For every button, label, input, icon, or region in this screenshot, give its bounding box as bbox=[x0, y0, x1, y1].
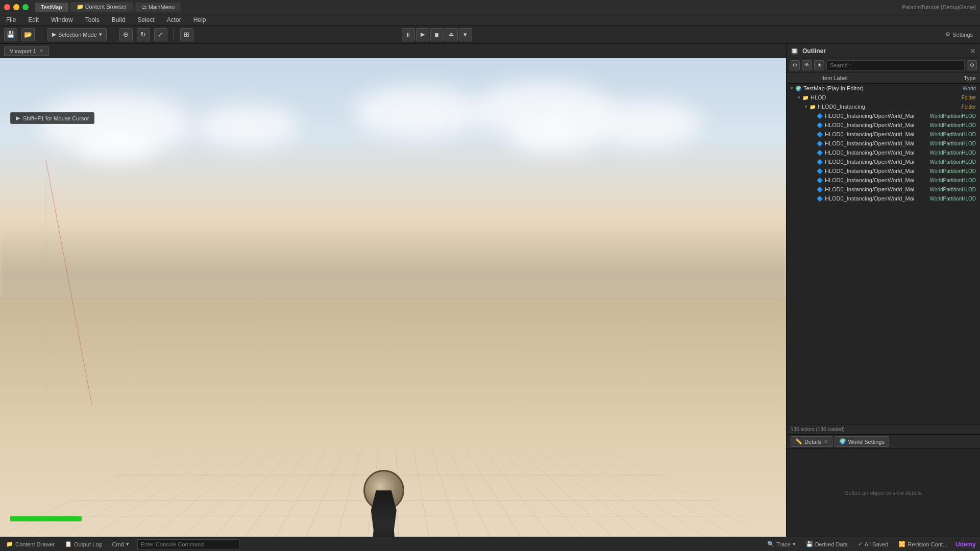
tree-expand-icon[interactable] bbox=[810, 140, 816, 146]
menu-help[interactable]: Help bbox=[191, 15, 208, 24]
pause-button[interactable]: ⏸ bbox=[402, 28, 415, 41]
tree-item[interactable]: 🔷HLOD0_Instancing/OpenWorld_MaiWorldPart… bbox=[787, 166, 980, 176]
open-button[interactable]: 📂 bbox=[21, 28, 35, 41]
tab-testmap[interactable]: TestMap bbox=[35, 3, 68, 12]
tree-item[interactable]: ▾🌍TestMap (Play In Editor)World bbox=[787, 84, 980, 93]
menu-build[interactable]: Build bbox=[110, 15, 128, 24]
content-drawer-label: Content Drawer bbox=[15, 541, 55, 547]
output-log-button[interactable]: 📋 Output Log bbox=[63, 540, 104, 548]
outliner-close[interactable]: ✕ bbox=[970, 47, 976, 55]
tree-node-icon: 🔷 bbox=[816, 112, 823, 119]
character-figure bbox=[371, 490, 397, 537]
maximize-button[interactable] bbox=[22, 4, 29, 10]
tree-item[interactable]: 🔷HLOD0_Instancing/OpenWorld_MaiWorldPart… bbox=[787, 139, 980, 148]
right-panel: 🔲 Outliner ✕ ⚙ 👁 ★ ⚙ Item Label Type ▾🌍T bbox=[786, 44, 980, 537]
tree-node-label: HLOD0_Instancing/OpenWorld_Mai bbox=[825, 140, 930, 146]
menu-file[interactable]: File bbox=[4, 15, 18, 24]
settings-button[interactable]: ⚙ Settings bbox=[942, 30, 976, 39]
tree-expand-icon[interactable] bbox=[810, 113, 816, 119]
tree-item[interactable]: 🔷HLOD0_Instancing/OpenWorld_MaiWorldPart… bbox=[787, 130, 980, 139]
window-controls bbox=[4, 4, 29, 10]
details-tab-label: Details bbox=[804, 439, 822, 445]
tree-expand-icon[interactable] bbox=[810, 177, 816, 183]
tree-item[interactable]: 🔷HLOD0_Instancing/OpenWorld_MaiWorldPart… bbox=[787, 185, 980, 194]
tree-item[interactable]: 🔷HLOD0_Instancing/OpenWorld_MaiWorldPart… bbox=[787, 111, 980, 120]
revision-icon: 🔀 bbox=[898, 541, 905, 547]
viewport-tab[interactable]: Viewport 1 ✕ bbox=[4, 46, 49, 56]
tree-node-icon: 🔷 bbox=[816, 131, 823, 138]
tree-node-icon: 📁 bbox=[802, 94, 809, 101]
tree-node-label: HLOD bbox=[811, 94, 962, 101]
console-input[interactable] bbox=[137, 539, 239, 549]
tree-expand-icon[interactable]: ▾ bbox=[789, 85, 795, 91]
stop-button[interactable]: ⏹ bbox=[430, 28, 444, 41]
tree-expand-icon[interactable] bbox=[810, 168, 816, 174]
trace-button[interactable]: 🔍 Trace ▾ bbox=[765, 540, 798, 548]
derived-data-button[interactable]: 💾 Derived Data bbox=[804, 540, 850, 548]
tree-node-type: WorldPartitionHLOD bbox=[930, 196, 978, 202]
revision-control-button[interactable]: 🔀 Revision Cont... bbox=[896, 540, 949, 548]
col-item-label[interactable]: Item Label bbox=[821, 75, 913, 81]
tree-expand-icon[interactable] bbox=[810, 122, 816, 128]
tab-main-menu[interactable]: 🗂 MainMenu bbox=[135, 3, 181, 12]
tree-item[interactable]: ▾📁HLOD0_InstancingFolder bbox=[787, 102, 980, 111]
outliner-tree[interactable]: ▾🌍TestMap (Play In Editor)World▾📁HLODFol… bbox=[787, 84, 980, 424]
tree-item[interactable]: 🔷HLOD0_Instancing/OpenWorld_MaiWorldPart… bbox=[787, 176, 980, 185]
scale-tool[interactable]: ⤢ bbox=[154, 28, 167, 41]
outliner-search-input[interactable] bbox=[826, 60, 965, 70]
rotate-tool[interactable]: ↻ bbox=[137, 28, 150, 41]
tab-content-browser[interactable]: 📁 Content Browser bbox=[70, 2, 133, 12]
more-play-options[interactable]: ▾ bbox=[459, 28, 472, 41]
menu-tools[interactable]: Tools bbox=[83, 15, 102, 24]
all-saved-button[interactable]: ✓ All Saved bbox=[856, 540, 890, 548]
minimize-button[interactable] bbox=[13, 4, 19, 10]
tree-expand-icon[interactable]: ▾ bbox=[796, 94, 802, 101]
tree-item[interactable]: 🔷HLOD0_Instancing/OpenWorld_MaiWorldPart… bbox=[787, 157, 980, 166]
menu-edit[interactable]: Edit bbox=[26, 15, 41, 24]
derived-data-label: Derived Data bbox=[815, 541, 848, 547]
close-button[interactable] bbox=[4, 4, 10, 10]
tree-expand-icon[interactable] bbox=[810, 186, 816, 192]
tree-node-label: HLOD0_Instancing/OpenWorld_Mai bbox=[825, 177, 930, 183]
tree-expand-icon[interactable] bbox=[810, 159, 816, 165]
tree-node-type: WorldPartitionHLOD bbox=[930, 178, 978, 183]
outliner-filter[interactable]: ⚙ bbox=[790, 60, 800, 70]
save-button[interactable]: 💾 bbox=[4, 28, 17, 41]
settings-label: Settings bbox=[952, 32, 973, 38]
viewport-tab-bar: Viewport 1 ✕ bbox=[0, 44, 786, 58]
tree-expand-icon[interactable]: ▾ bbox=[803, 104, 809, 110]
tree-item[interactable]: ▾📁HLODFolder bbox=[787, 93, 980, 102]
tab-content-browser-label: Content Browser bbox=[85, 4, 127, 10]
viewport-close-icon[interactable]: ✕ bbox=[39, 48, 43, 54]
world-settings-tab[interactable]: 🌍 World Settings bbox=[835, 436, 889, 447]
menu-actor[interactable]: Actor bbox=[165, 15, 183, 24]
play-button[interactable]: ▶ bbox=[416, 28, 429, 41]
tree-expand-icon[interactable] bbox=[810, 195, 816, 202]
viewport-character bbox=[330, 363, 391, 465]
tree-item[interactable]: 🔷HLOD0_Instancing/OpenWorld_MaiWorldPart… bbox=[787, 194, 980, 203]
details-tab-close[interactable]: ✕ bbox=[824, 439, 828, 444]
cmd-button[interactable]: Cmd ▾ bbox=[110, 540, 131, 548]
outliner: 🔲 Outliner ✕ ⚙ 👁 ★ ⚙ Item Label Type ▾🌍T bbox=[787, 44, 980, 435]
snap-button[interactable]: ⊞ bbox=[180, 28, 193, 41]
selection-mode-button[interactable]: ▶ Selection Mode ▾ bbox=[47, 28, 107, 41]
viewport-canvas[interactable]: ▶ Shift+F1 for Mouse Cursor bbox=[0, 58, 786, 537]
menu-select[interactable]: Select bbox=[135, 15, 156, 24]
tree-expand-icon[interactable] bbox=[810, 149, 816, 156]
menu-window[interactable]: Window bbox=[49, 15, 75, 24]
title-bar: TestMap 📁 Content Browser 🗂 MainMenu Pal… bbox=[0, 0, 980, 14]
outliner-settings[interactable]: ⚙ bbox=[967, 60, 977, 70]
content-drawer-button[interactable]: 📁 Content Drawer bbox=[4, 540, 57, 548]
translate-tool[interactable]: ⊕ bbox=[119, 28, 133, 41]
tree-node-type: Folder bbox=[962, 95, 978, 101]
trace-icon: 🔍 bbox=[767, 541, 774, 547]
tab-main-menu-label: MainMenu bbox=[149, 4, 175, 10]
tree-item[interactable]: 🔷HLOD0_Instancing/OpenWorld_MaiWorldPart… bbox=[787, 120, 980, 130]
outliner-eye[interactable]: 👁 bbox=[802, 60, 812, 70]
eject-button[interactable]: ⏏ bbox=[445, 28, 458, 41]
tree-item[interactable]: 🔷HLOD0_Instancing/OpenWorld_MaiWorldPart… bbox=[787, 148, 980, 157]
tree-expand-icon[interactable] bbox=[810, 131, 816, 137]
outliner-star[interactable]: ★ bbox=[814, 60, 824, 70]
output-log-label: Output Log bbox=[74, 541, 102, 547]
details-tab[interactable]: ✏️ Details ✕ bbox=[791, 436, 832, 447]
